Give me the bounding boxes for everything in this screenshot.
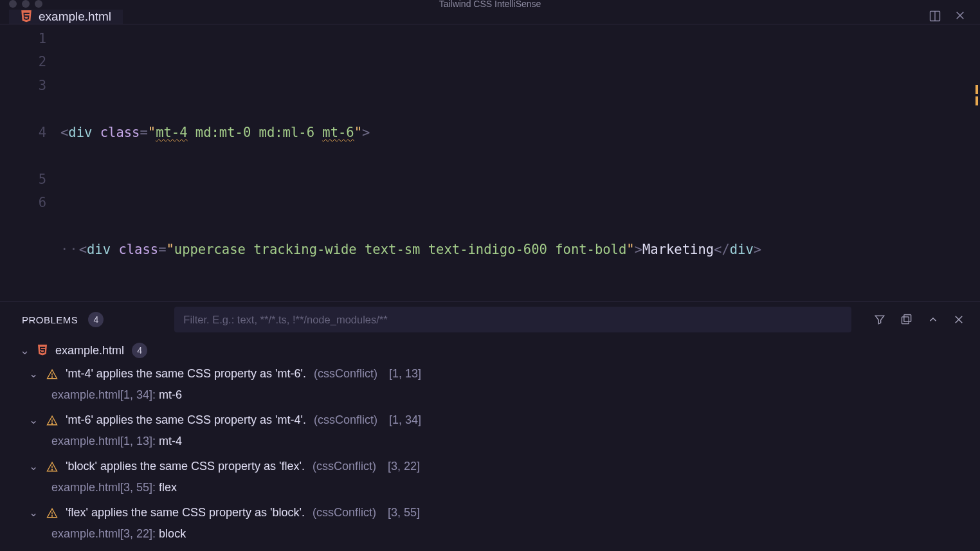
problem-row[interactable]: ⌄ 'block' applies the same CSS property …: [0, 456, 980, 477]
chevron-down-icon[interactable]: ⌄: [19, 343, 30, 357]
line-number-gutter: 1 2 3 4 5 6: [0, 24, 60, 301]
editor-tab[interactable]: example.html: [9, 8, 123, 24]
window-title: Tailwind CSS IntelliSense: [0, 0, 980, 9]
panel-title[interactable]: PROBLEMS: [22, 314, 78, 325]
code-content[interactable]: <div class="mt-4 md:mt-0 md:ml-6 mt-6"> …: [60, 24, 980, 301]
editor-actions: [914, 10, 980, 23]
editor-tab-bar: example.html: [0, 8, 980, 24]
problems-filter-input[interactable]: [174, 307, 851, 332]
overview-ruler: [975, 85, 978, 111]
filter-icon[interactable]: [873, 313, 886, 326]
problem-message: 'mt-6' applies the same CSS property as …: [66, 413, 306, 427]
problem-row[interactable]: ⌄ 'flex' applies the same CSS property a…: [0, 502, 980, 523]
problem-source: (cssConflict): [314, 413, 377, 427]
chevron-up-icon[interactable]: [927, 314, 939, 325]
panel-header: PROBLEMS 4: [0, 302, 980, 338]
problem-related-info[interactable]: example.html[3, 22]: block: [0, 523, 980, 548]
code-line[interactable]: ··<div class="uppercase tracking-wide te…: [60, 238, 980, 262]
collapse-all-icon[interactable]: [900, 313, 913, 326]
problems-file-label: example.html: [55, 344, 124, 357]
html5-file-icon: [37, 345, 48, 356]
problem-source: (cssConflict): [313, 460, 376, 473]
problem-location: [3, 22]: [388, 460, 420, 473]
html5-file-icon: [21, 10, 32, 23]
problem-row[interactable]: ⌄ 'mt-6' applies the same CSS property a…: [0, 410, 980, 431]
warning-icon: [46, 461, 58, 473]
chevron-down-icon[interactable]: ⌄: [28, 506, 39, 519]
problem-source: (cssConflict): [313, 506, 376, 519]
problems-panel: PROBLEMS 4 ⌄ example.html 4: [0, 301, 980, 551]
split-editor-icon[interactable]: [929, 10, 941, 23]
svg-point-13: [51, 469, 52, 469]
problem-related-info[interactable]: example.html[1, 34]: mt-6: [0, 384, 980, 410]
svg-point-15: [51, 515, 52, 516]
close-panel-icon[interactable]: [953, 314, 965, 325]
chevron-down-icon[interactable]: ⌄: [28, 413, 39, 427]
close-tab-icon[interactable]: [954, 10, 966, 23]
file-problem-count-badge: 4: [132, 343, 147, 358]
svg-point-9: [51, 376, 52, 377]
svg-point-11: [51, 422, 52, 423]
problem-location: [1, 13]: [389, 367, 421, 381]
problem-source: (cssConflict): [314, 367, 377, 381]
svg-rect-4: [904, 315, 911, 322]
problem-row[interactable]: ⌄ 'mt-4' applies the same CSS property a…: [0, 363, 980, 384]
problem-message: 'mt-4' applies the same CSS property as …: [66, 367, 306, 381]
problem-location: [3, 55]: [388, 506, 420, 519]
code-editor[interactable]: 1 2 3 4 5 6 <div class="mt-4 md:mt-0 md:…: [0, 24, 980, 301]
chevron-down-icon[interactable]: ⌄: [28, 367, 39, 381]
problems-count-badge: 4: [88, 312, 104, 327]
code-line[interactable]: <div class="mt-4 md:mt-0 md:ml-6 mt-6">: [60, 121, 980, 145]
warning-icon: [46, 507, 58, 519]
warning-icon: [46, 368, 58, 380]
svg-rect-5: [902, 317, 909, 324]
problems-tree[interactable]: ⌄ example.html 4 ⌄ 'mt-4' applies the sa…: [0, 338, 980, 551]
window-title-bar: Tailwind CSS IntelliSense: [0, 0, 980, 8]
editor-tab-label: example.html: [39, 10, 111, 24]
problem-related-info[interactable]: example.html[3, 55]: flex: [0, 477, 980, 502]
chevron-down-icon[interactable]: ⌄: [28, 460, 39, 473]
problems-file-row[interactable]: ⌄ example.html 4: [0, 340, 980, 363]
problem-message: 'block' applies the same CSS property as…: [66, 460, 305, 473]
problem-location: [1, 34]: [389, 413, 421, 427]
problem-message: 'flex' applies the same CSS property as …: [66, 506, 305, 519]
problem-related-info[interactable]: example.html[1, 13]: mt-4: [0, 431, 980, 456]
warning-icon: [46, 415, 58, 426]
